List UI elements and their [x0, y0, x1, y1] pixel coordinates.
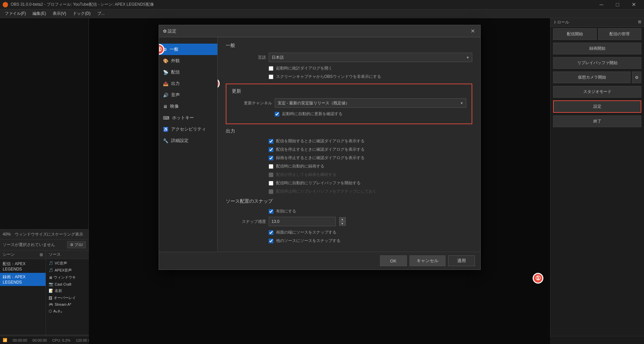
update-channel-label: 更新チャンネル — [232, 100, 272, 106]
dialog-main-content: 一般 言語 日本語 ▼ — [218, 37, 480, 252]
scene-item-broadcast[interactable]: 配信：APEX LEGENDS — [0, 260, 46, 273]
checkbox-screen-cap-row: スクリーンキャプチャからOBSウィンドウを非表示にする — [226, 74, 472, 80]
output-cb-6[interactable] — [269, 181, 273, 186]
language-select-wrapper: 日本語 ▼ — [269, 53, 472, 62]
source-bar: ソースが選択されていません ⚙ プロ/ — [0, 239, 89, 250]
title-bar-controls: ─ □ ✕ — [594, 0, 641, 9]
dialog-body: ② ⚙ 一般 🎨 外観 📡 配信 — [159, 37, 480, 252]
menu-profile[interactable]: プ... — [94, 10, 108, 17]
nav-video[interactable]: 🖥 映像 — [159, 101, 217, 112]
source-castcraft-label: Cast Craft — [55, 282, 71, 286]
nav-appearance[interactable]: 🎨 外観 — [159, 55, 217, 66]
snap-sensitivity-row: スナップ感度 ▲ ▼ — [226, 217, 472, 226]
replay-start-button[interactable]: リプレイバッファ開始 — [553, 57, 641, 69]
snap-enable-label: 有効にする — [276, 208, 296, 214]
snap-enable-checkbox[interactable] — [269, 209, 273, 214]
left-panel: 40% ウィンドウサイズにスケーリング表示 ソースが選択されていません ⚙ プロ… — [0, 18, 89, 344]
output-cb-6-label: 配信時に自動的にリプレイバッファを開始する — [276, 180, 361, 186]
scene-item-record[interactable]: 録画：APEX LEGENDS — [0, 273, 46, 286]
signal-icon: 📶 — [3, 338, 7, 342]
stream-start-button[interactable]: 配信開始 — [553, 28, 597, 40]
snap-up-btn[interactable]: ▲ — [339, 217, 346, 222]
dialog-sidebar: ② ⚙ 一般 🎨 外観 📡 配信 — [159, 37, 218, 252]
dialog-title: ✿ 設定 — [163, 28, 177, 34]
annotation-bubble-1: ① — [533, 273, 543, 284]
source-stream-label: Stream A⁴ — [55, 302, 71, 307]
nav-advanced-label: 詳細設定 — [171, 138, 189, 144]
profile-button[interactable]: ⚙ プロ/ — [67, 241, 86, 248]
middle-area: ✿ 設定 ✕ ② ⚙ 一般 — [89, 18, 550, 344]
nav-general-label: 一般 — [170, 46, 178, 52]
stream-manage-button[interactable]: 配信の管理 — [598, 28, 642, 40]
checkbox-stats-row: 起動時に統計ダイアログを開く — [226, 65, 472, 71]
menu-edit[interactable]: 編集(E) — [29, 10, 49, 17]
nav-audio-icon: 🔊 — [163, 93, 168, 98]
screen-cap-checkbox[interactable] — [269, 75, 273, 79]
nav-advanced-icon: 🔧 — [163, 138, 168, 143]
snap-sensitivity-input[interactable] — [269, 217, 336, 226]
stats-checkbox-label: 起動時に統計ダイアログを開く — [276, 65, 332, 71]
menu-view[interactable]: 表示(V) — [49, 10, 69, 17]
snap-edge-label: 画面の端にソースをスナップする — [276, 230, 336, 235]
nav-stream-icon: 📡 — [163, 70, 168, 75]
studio-mode-button[interactable]: スタジオモード — [553, 86, 641, 98]
language-select[interactable]: 日本語 — [269, 53, 472, 62]
snap-sensitivity-label: スナップ感度 — [226, 219, 266, 225]
nav-general[interactable]: ⚙ 一般 — [159, 44, 217, 55]
nav-audio-label: 音声 — [171, 92, 180, 98]
virtual-cam-settings-button[interactable]: ⚙ — [632, 71, 641, 83]
dialog-close-button[interactable]: ✕ — [469, 28, 476, 34]
dialog-footer: OK キャンセル 適用 — [159, 252, 480, 269]
output-cb-5 — [269, 173, 273, 177]
update-channel-select-wrapper: 安定 - 最新の安定版リリース（既定値） ▼ — [275, 98, 466, 108]
output-cb-1[interactable] — [269, 139, 273, 144]
maximize-button[interactable]: □ — [610, 0, 625, 9]
nav-output[interactable]: 📤 出力 — [159, 78, 217, 89]
snap-edge-checkbox[interactable] — [269, 230, 273, 235]
source-apex-audio-icon: 🎵 — [49, 268, 53, 273]
right-panel: トロール ⊞ 配信開始 配信の管理 録画開始 リプレイバッファ開始 仮想カメラ開… — [550, 18, 644, 344]
output-cb-1-label: 配信を開始するときに確認ダイアログを表示する — [276, 138, 365, 144]
nav-accessibility[interactable]: ♿ アクセシビリティ — [159, 124, 217, 135]
nav-audio[interactable]: 🔊 音声 — [159, 89, 217, 101]
scale-label: 40% ウィンドウサイズにスケーリング表示 — [3, 232, 83, 237]
panels-row: シーン ⊞ 配信：APEX LEGENDS 録画：APEX LEGENDS + … — [0, 250, 89, 344]
record-start-button[interactable]: 録画開始 — [553, 43, 641, 54]
cancel-button[interactable]: キャンセル — [410, 255, 445, 266]
nav-advanced[interactable]: 🔧 詳細設定 — [159, 135, 217, 146]
source-vc-icon: 🎵 — [49, 261, 53, 265]
apply-button[interactable]: 適用 — [448, 255, 475, 266]
source-vc-label: VC音声 — [55, 261, 67, 266]
output-cb-4[interactable] — [269, 164, 273, 169]
virtual-cam-button[interactable]: 仮想カメラ開始 — [553, 71, 631, 83]
screen-cap-checkbox-label: スクリーンキャプチャからOBSウィンドウを非表示にする — [276, 74, 381, 80]
stream-time: 00:00:00 — [13, 338, 27, 342]
menu-dock[interactable]: ドック(D) — [69, 10, 94, 17]
nav-stream[interactable]: 📡 配信 — [159, 66, 217, 78]
snap-spinner: ▲ ▼ — [339, 217, 346, 226]
source-castcraft-icon: 📷 — [49, 282, 53, 286]
snap-edge-row: 画面の端にソースをスナップする — [226, 230, 472, 235]
nav-hotkeys[interactable]: ⌨ ホットキー — [159, 112, 217, 124]
output-cb-3[interactable] — [269, 156, 273, 160]
auto-update-row: 起動時に自動的に更新を確認する — [232, 111, 466, 117]
settings-button[interactable]: 設定 — [553, 100, 641, 113]
menu-file[interactable]: ファイル(F) — [1, 10, 29, 17]
source-apex-audio-label: APEX音声 — [55, 268, 72, 273]
exit-button[interactable]: 終了 — [553, 115, 641, 127]
snap-other-checkbox[interactable] — [269, 239, 273, 243]
snap-other-row: 他のソースにソースをスナップする — [226, 238, 472, 244]
ok-button[interactable]: OK — [380, 255, 407, 266]
source-none-label: ソースが選択されていません — [3, 242, 55, 248]
stats-checkbox[interactable] — [269, 66, 273, 71]
minimize-button[interactable]: ─ — [594, 0, 609, 9]
nav-hotkeys-icon: ⌨ — [163, 115, 169, 120]
auto-update-checkbox[interactable] — [275, 112, 279, 116]
output-cb-7-row: 配信停止時にリプレイバッファをアクティブにしておく — [226, 189, 472, 194]
output-cb-2[interactable] — [269, 147, 273, 152]
snap-down-btn[interactable]: ▼ — [339, 222, 346, 226]
output-cb-2-row: 配信を停止するときに確認ダイアログを表示する — [226, 147, 472, 152]
close-button[interactable]: ✕ — [626, 0, 641, 9]
language-row: 言語 日本語 ▼ — [226, 53, 472, 62]
update-channel-select[interactable]: 安定 - 最新の安定版リリース（既定値） — [275, 98, 466, 108]
